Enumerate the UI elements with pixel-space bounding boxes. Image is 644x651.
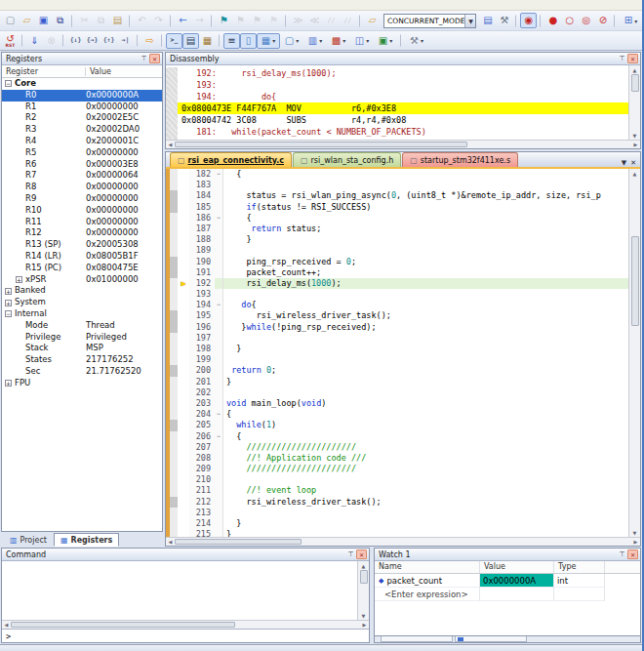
toolbar-button[interactable] — [129, 15, 131, 27]
fold-toggle-icon[interactable] — [215, 464, 223, 474]
toolbar-button[interactable] — [219, 34, 221, 47]
toolbar-button[interactable] — [400, 34, 402, 47]
fold-toggle-icon[interactable] — [215, 497, 223, 508]
toolbar-button[interactable] — [170, 15, 172, 27]
fold-toggle-icon[interactable] — [215, 377, 223, 387]
toolbar-button[interactable] — [71, 15, 73, 27]
tree-expander-icon[interactable] — [16, 115, 22, 122]
fold-toggle-icon[interactable] — [215, 398, 223, 409]
symbols-window-button[interactable]: ▦ — [199, 33, 216, 49]
toolbar-button[interactable] — [211, 15, 213, 27]
fold-toggle-icon[interactable] — [215, 190, 223, 201]
fold-toggle-icon[interactable] — [215, 387, 223, 398]
toolbar-button[interactable] — [540, 15, 542, 27]
pin-icon[interactable]: ⊤ — [139, 54, 149, 63]
open-file-button[interactable]: ▱ — [19, 13, 35, 28]
disassembly-line[interactable]: 194: do{ — [166, 91, 628, 102]
toolbox-button[interactable]: ⚒ — [405, 33, 428, 49]
register-row[interactable]: R15 (PC) 0x0800475E — [2, 263, 162, 274]
run-to-line-button[interactable]: →| — [117, 33, 134, 49]
cut-button[interactable]: ✂ — [76, 13, 93, 28]
tree-expander-icon[interactable]: + — [5, 380, 12, 387]
peripherals-button[interactable]: ▣ — [374, 33, 397, 49]
register-row[interactable]: − Core — [2, 78, 162, 90]
register-row[interactable]: R5 0x00000000 — [2, 147, 162, 159]
prev-bookmark-button[interactable]: ⚑ — [232, 13, 249, 28]
fold-toggle-icon[interactable] — [215, 508, 223, 518]
tab-project[interactable]: ▥ Project — [3, 533, 54, 547]
pin-icon[interactable]: ⊤ — [345, 549, 356, 559]
kill-all-breakpoints-button[interactable]: ⊘ — [594, 13, 611, 28]
toolbar-button[interactable] — [137, 34, 139, 47]
pin-icon[interactable]: ⊤ — [617, 549, 627, 559]
tree-expander-icon[interactable] — [16, 184, 22, 191]
register-row[interactable]: R1 0x00000000 — [2, 102, 162, 113]
register-row[interactable]: R11 0x00000000 — [2, 217, 162, 228]
target-select[interactable]: CONCURRENT_MODE ▼ — [383, 14, 476, 28]
fold-toggle-icon[interactable]: − — [215, 213, 223, 224]
toolbar-button[interactable] — [21, 34, 23, 47]
tab-registers[interactable]: ▦ Registers — [54, 533, 119, 547]
register-row[interactable]: R0 0x0000000A — [2, 90, 162, 102]
editor-vscrollbar[interactable]: ▲▼ — [628, 169, 640, 537]
fold-toggle-icon[interactable] — [215, 224, 223, 234]
paste-button[interactable]: ▤ — [109, 13, 126, 28]
uncomment-button[interactable]: // — [340, 13, 356, 28]
tree-expander-icon[interactable] — [16, 127, 22, 134]
tree-expander-icon[interactable]: − — [5, 310, 12, 317]
disassembly-line[interactable]: 192: rsi_delay_ms(1000); — [166, 67, 628, 79]
fold-toggle-icon[interactable] — [215, 257, 223, 267]
tree-expander-icon[interactable] — [16, 103, 22, 110]
fold-toggle-icon[interactable] — [215, 322, 223, 333]
disassembly-line[interactable]: 182: { — [166, 138, 628, 140]
fold-toggle-icon[interactable] — [215, 245, 223, 256]
tab-startup-stm32f411xe[interactable]: ▢ startup_stm32f411xe.s — [402, 152, 518, 167]
register-row[interactable]: R8 0x00000000 — [2, 182, 162, 193]
tree-expander-icon[interactable] — [16, 357, 22, 364]
tree-expander-icon[interactable]: + — [5, 288, 12, 295]
tree-expander-icon[interactable] — [16, 253, 22, 260]
tree-expander-icon[interactable] — [16, 230, 22, 237]
register-row[interactable]: + FPU — [2, 378, 162, 389]
call-stack-window-button[interactable]: ▯ — [240, 33, 257, 49]
redo-button[interactable]: ↷ — [150, 13, 167, 28]
toolbar-button[interactable] — [614, 15, 616, 27]
tree-expander-icon[interactable] — [16, 242, 22, 249]
start-stop-debug-button[interactable]: ◉ — [520, 13, 537, 28]
fold-toggle-icon[interactable] — [215, 344, 223, 354]
close-document-icon[interactable]: ✕ — [630, 159, 636, 167]
fold-toggle-icon[interactable] — [215, 289, 223, 300]
command-input[interactable]: > — [2, 629, 369, 642]
register-row[interactable]: R4 0x2000001C — [2, 136, 162, 147]
disable-breakpoint-button[interactable]: ○ — [561, 13, 578, 28]
register-row[interactable]: R13 (SP) 0x20005308 — [2, 239, 162, 251]
toolbar-button[interactable] — [62, 34, 64, 47]
command-window-button[interactable]: >_ — [166, 33, 182, 49]
registers-window-button[interactable]: ≡ — [223, 33, 240, 49]
disable-all-breakpoints-button[interactable]: ◎ — [578, 13, 594, 28]
watch-row[interactable]: <Enter expression> — [375, 588, 640, 601]
chevron-down-icon[interactable]: ▼ — [464, 15, 475, 27]
register-row[interactable]: R7 0x00000064 — [2, 170, 162, 182]
save-button[interactable]: ▣ — [35, 13, 52, 28]
fold-toggle-icon[interactable] — [215, 354, 223, 365]
toolbar-button[interactable] — [515, 15, 517, 27]
tree-expander-icon[interactable] — [16, 219, 22, 225]
fold-toggle-icon[interactable] — [215, 234, 223, 245]
toolbar-button[interactable] — [359, 15, 361, 27]
fold-toggle-icon[interactable] — [215, 180, 223, 190]
watch-row[interactable]: ◆packet_count 0x0000000A int — [375, 574, 640, 588]
fold-toggle-icon[interactable]: − — [215, 431, 223, 442]
tree-expander-icon[interactable] — [16, 92, 22, 99]
run-button[interactable]: ⇓ — [26, 33, 43, 49]
tree-expander-icon[interactable] — [16, 346, 22, 352]
register-row[interactable]: R10 0x00000000 — [2, 205, 162, 217]
comment-button[interactable]: // — [323, 13, 340, 28]
navigate-forward-button[interactable]: → — [191, 13, 208, 28]
register-row[interactable]: Mode Thread — [2, 320, 162, 332]
pin-icon[interactable]: ⊤ — [617, 54, 627, 63]
toggle-bookmark-button[interactable]: ⚑ — [216, 13, 232, 28]
close-icon[interactable]: ✕ — [627, 549, 638, 559]
clear-bookmarks-button[interactable]: ⚑ — [265, 13, 282, 28]
fold-toggle-icon[interactable] — [215, 442, 223, 453]
